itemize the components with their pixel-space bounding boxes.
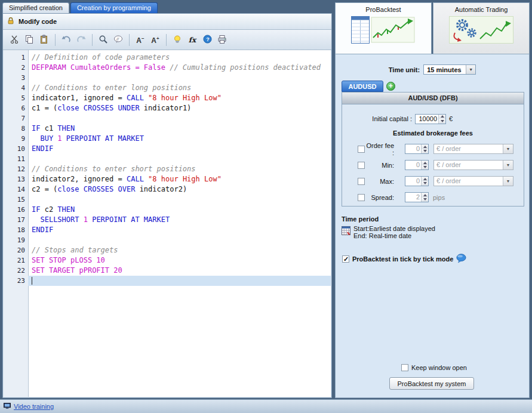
code-text: SELLSHORT 1 PERPOINT AT MARKET — [28, 215, 331, 225]
fee-amount-spinner[interactable] — [421, 144, 428, 153]
code-line[interactable]: 7 — [4, 113, 331, 124]
fees-title: Estimated brokerage fees — [342, 130, 524, 137]
tab-creation-by-programming[interactable]: Creation by programming — [70, 2, 158, 13]
fee-unit-select[interactable]: € / order▼ — [433, 144, 513, 154]
fee-row: Min:0€ / order▼ — [342, 157, 524, 173]
code-line[interactable]: 10ENDIF — [4, 144, 331, 154]
function-icon: fx — [189, 36, 196, 44]
code-line[interactable]: 18ENDIF — [4, 225, 331, 235]
keep-window-checkbox[interactable] — [401, 364, 408, 371]
copy-button[interactable] — [23, 33, 36, 47]
code-line[interactable]: 15 — [4, 195, 331, 205]
line-number: 15 — [4, 195, 28, 205]
redo-button[interactable] — [75, 33, 88, 47]
editor-toolbar: // A− A+ fx ? — [3, 30, 331, 50]
line-number: 4 — [4, 83, 28, 93]
printer-icon — [217, 35, 227, 45]
code-line[interactable]: 21SET STOP pLOSS 10 — [4, 255, 331, 266]
code-line[interactable]: 23 — [4, 276, 331, 286]
code-line[interactable]: 19 — [4, 235, 331, 245]
code-text: BUY 1 PERPOINT AT MARKET — [28, 134, 331, 144]
fee-label: Max: — [366, 178, 394, 185]
dropdown-arrow-icon[interactable]: ▼ — [503, 177, 513, 186]
code-line[interactable]: 2DEFPARAM CumulateOrders = False // Cumu… — [4, 63, 331, 73]
period-end: End: Real-time date — [353, 232, 411, 239]
code-line[interactable]: 8IF c1 THEN — [4, 124, 331, 134]
code-text — [28, 235, 331, 245]
dropdown-arrow-icon[interactable]: ▼ — [503, 144, 513, 153]
video-training-link[interactable]: Video training — [14, 403, 54, 410]
tab-probacktest[interactable]: ProBacktest — [335, 2, 432, 54]
fee-amount-value: 0 — [405, 161, 421, 169]
code-line[interactable]: 9 BUY 1 PERPOINT AT MARKET — [4, 134, 331, 144]
code-line[interactable]: 4// Conditions to enter long positions — [4, 83, 331, 93]
line-number: 5 — [4, 93, 28, 103]
time-unit-select[interactable]: 15 minutes ▼ — [423, 64, 476, 75]
paste-icon — [39, 35, 49, 45]
code-line[interactable]: 5indicator1, ignored = CALL "8 hour High… — [4, 93, 331, 103]
code-line[interactable]: 3 — [4, 73, 331, 83]
time-unit-value: 15 minutes — [427, 66, 461, 73]
calendar-icon[interactable] — [342, 225, 350, 239]
code-line[interactable]: 12// Conditions to enter short positions — [4, 164, 331, 174]
code-line[interactable]: 20// Stops and targets — [4, 245, 331, 255]
currency-label: € — [449, 115, 453, 122]
tick-mode-label: ProBacktest in tick by tick mode — [352, 255, 453, 263]
search-button[interactable] — [97, 33, 110, 47]
spread-unit-label: pips — [433, 194, 445, 201]
info-bubble-icon[interactable] — [456, 254, 466, 264]
insert-function-button[interactable]: fx — [186, 33, 199, 47]
suggestion-button[interactable] — [171, 33, 184, 47]
code-line[interactable]: 16IF c2 THEN — [4, 205, 331, 215]
comment-button[interactable]: // — [112, 33, 125, 47]
help-button[interactable]: ? — [201, 33, 214, 47]
code-text: // Definition of code parameters — [28, 53, 331, 63]
line-number: 19 — [4, 235, 28, 245]
fee-checkbox[interactable] — [358, 146, 365, 153]
fee-label: Order fee : — [366, 142, 394, 156]
fee-checkbox[interactable] — [358, 162, 365, 169]
print-button[interactable] — [216, 33, 229, 47]
spread-checkbox[interactable] — [358, 194, 365, 201]
initial-capital-input[interactable]: 10000 — [415, 114, 446, 124]
add-instrument-button[interactable]: + — [386, 82, 395, 91]
fee-amount-input[interactable]: 0 — [405, 144, 429, 154]
code-line[interactable]: 22SET TARGET pPROFIT 20 — [4, 266, 331, 276]
code-line[interactable]: 1// Definition of code parameters — [4, 53, 331, 63]
fee-amount-input[interactable]: 0 — [405, 160, 429, 170]
code-line[interactable]: 14c2 = (close CROSSES OVER indicator2) — [4, 184, 331, 195]
paste-button[interactable] — [38, 33, 51, 47]
fee-unit-value: € / order — [434, 177, 503, 186]
time-period-block: Start:Earliest date displayed End: Real-… — [342, 225, 435, 239]
code-lines[interactable]: 1// Definition of code parameters2DEFPAR… — [4, 50, 331, 397]
spread-spinner[interactable] — [421, 193, 428, 202]
lightbulb-icon — [173, 35, 182, 45]
instrument-tab-audusd[interactable]: AUDUSD — [342, 81, 383, 92]
run-probacktest-button[interactable]: ProBacktest my system — [389, 377, 474, 390]
line-number: 3 — [4, 73, 28, 83]
tab-simplified-creation[interactable]: Simplified creation — [2, 2, 69, 13]
line-number: 12 — [4, 164, 28, 174]
fee-checkbox[interactable] — [358, 178, 365, 185]
initial-capital-spinner[interactable] — [438, 115, 445, 124]
fee-unit-select[interactable]: € / order▼ — [433, 160, 513, 170]
spread-input[interactable]: 2 — [405, 192, 429, 202]
dropdown-arrow-icon[interactable]: ▼ — [503, 161, 513, 169]
toolbar-separator — [92, 34, 93, 46]
cut-button[interactable] — [8, 33, 21, 47]
fee-amount-spinner[interactable] — [421, 161, 428, 169]
fee-amount-spinner[interactable] — [421, 177, 428, 186]
tick-mode-checkbox[interactable] — [342, 255, 349, 263]
font-smaller-button[interactable]: A− — [134, 33, 147, 47]
tab-automatic-trading[interactable]: Automatic Trading — [433, 2, 530, 54]
fee-unit-select[interactable]: € / order▼ — [433, 176, 513, 186]
code-line[interactable]: 6c1 = (close CROSSES UNDER indicator1) — [4, 103, 331, 113]
code-line[interactable]: 11 — [4, 154, 331, 164]
undo-button[interactable] — [60, 33, 73, 47]
code-line[interactable]: 13indicator2, ignored = CALL "8 hour Hig… — [4, 174, 331, 184]
code-line[interactable]: 17 SELLSHORT 1 PERPOINT AT MARKET — [4, 215, 331, 225]
font-larger-button[interactable]: A+ — [149, 33, 162, 47]
redo-icon — [76, 35, 86, 45]
fee-amount-input[interactable]: 0 — [405, 176, 429, 186]
code-text — [28, 195, 331, 205]
